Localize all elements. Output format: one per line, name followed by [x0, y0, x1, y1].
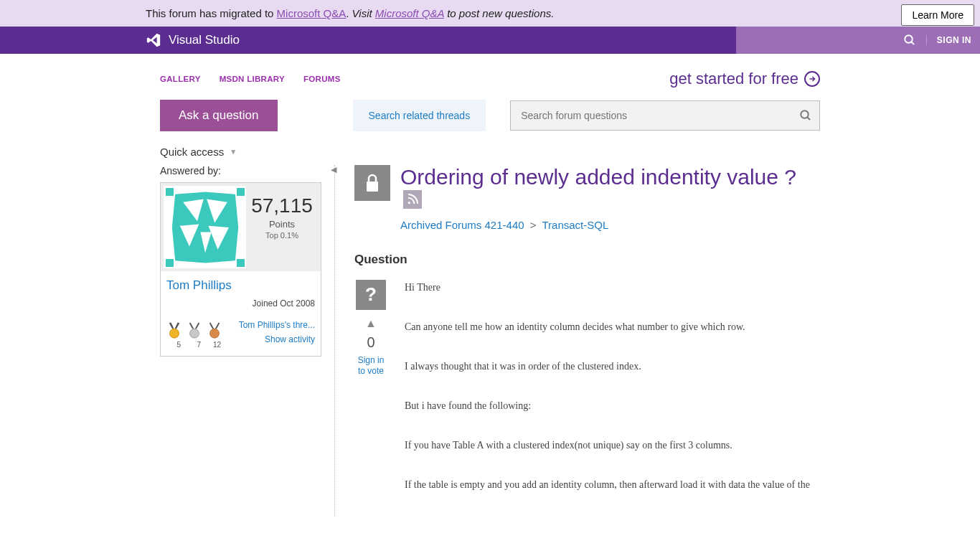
- brand-label: Visual Studio: [169, 33, 240, 47]
- brand[interactable]: Visual Studio: [146, 32, 240, 48]
- sign-in-to-vote-link[interactable]: Sign in to vote: [354, 355, 387, 377]
- profile-stats: 57,115 Points Top 0.1%: [246, 186, 318, 268]
- collapse-arrow-icon[interactable]: ◀: [331, 165, 336, 174]
- question-mark-icon: ?: [356, 280, 386, 310]
- migration-banner: This forum has migrated to Microsoft Q&A…: [0, 0, 980, 27]
- medal-silver-icon: [187, 321, 202, 340]
- svg-rect-6: [237, 188, 245, 196]
- nav-forums[interactable]: FORUMS: [303, 75, 341, 83]
- svg-line-3: [807, 117, 810, 120]
- vote-column: ? ▲ 0 Sign in to vote: [354, 280, 387, 517]
- nav-row: GALLERY MSDN LIBRARY FORUMS get started …: [146, 54, 834, 94]
- answered-by-label: Answered by:: [160, 165, 321, 176]
- breadcrumb-sep: >: [530, 219, 537, 231]
- svg-point-15: [170, 329, 179, 338]
- search-related-button[interactable]: Search related threads: [353, 100, 486, 131]
- content: GALLERY MSDN LIBRARY FORUMS get started …: [146, 54, 834, 517]
- svg-point-17: [210, 329, 220, 338]
- banner-link-qa2[interactable]: Microsoft Q&A: [375, 7, 444, 19]
- post-p2: Can anyone tell me how an identity colum…: [405, 319, 820, 334]
- thread-title: Ordering of newly added indentity value …: [400, 165, 796, 189]
- svg-rect-5: [166, 188, 174, 196]
- medals: 5 7 12: [166, 321, 222, 349]
- get-started-link[interactable]: get started for free: [669, 70, 820, 88]
- learn-more-button[interactable]: Learn More: [901, 4, 974, 26]
- svg-point-0: [905, 35, 913, 43]
- lock-icon: [364, 173, 381, 193]
- vote-count: 0: [354, 334, 387, 351]
- question-label: Question: [354, 253, 820, 267]
- migration-text: This forum has migrated to Microsoft Q&A…: [146, 7, 554, 19]
- post-body: Hi There Can anyone tell me how an ident…: [405, 280, 820, 517]
- breadcrumb-forum[interactable]: Archived Forums 421-440: [400, 219, 524, 231]
- post-p1: Hi There: [405, 280, 820, 295]
- nav-gallery[interactable]: GALLERY: [160, 75, 201, 83]
- breadcrumb-topic[interactable]: Transact-SQL: [542, 219, 608, 231]
- svg-rect-8: [237, 259, 245, 267]
- joined-date: Joined Oct 2008: [161, 296, 321, 316]
- medal-silver: 7: [187, 321, 202, 349]
- sign-in-link[interactable]: SIGN IN: [926, 35, 971, 45]
- main-area: Answered by:: [146, 165, 834, 517]
- search-input[interactable]: [518, 104, 799, 127]
- thread-area: Ordering of newly added indentity value …: [354, 165, 820, 517]
- sidebar-divider: ◀: [334, 165, 341, 517]
- get-started-label: get started for free: [669, 70, 798, 88]
- search-submit-icon[interactable]: [799, 109, 812, 122]
- quick-access-label: Quick access: [160, 146, 224, 158]
- medal-gold-icon: [166, 321, 182, 340]
- rss-button[interactable]: [403, 190, 422, 209]
- upvote-button[interactable]: ▲: [354, 317, 387, 330]
- breadcrumb: Archived Forums 421-440 > Transact-SQL: [400, 219, 820, 231]
- post-p5: If you have Table A with a clustered ind…: [405, 438, 820, 453]
- sidebar: Answered by:: [160, 165, 321, 517]
- search-icon[interactable]: [903, 34, 916, 47]
- profile-name-link[interactable]: Tom Phillips: [161, 271, 321, 296]
- medal-bronze-icon: [207, 321, 222, 340]
- visual-studio-icon: [146, 32, 161, 48]
- medal-gold: 5: [166, 321, 182, 349]
- quick-access-dropdown[interactable]: Quick access ▼: [146, 144, 834, 165]
- points-label: Points: [249, 219, 315, 230]
- top-percent: Top 0.1%: [249, 231, 315, 240]
- top-bar: Visual Studio SIGN IN: [0, 27, 980, 54]
- svg-rect-18: [367, 182, 378, 192]
- rss-icon: [407, 194, 418, 205]
- post-p4: But i have found the following:: [405, 398, 820, 413]
- profile-links: Tom Phillips's thre... Show activity: [239, 320, 315, 349]
- avatar-image: [166, 188, 245, 267]
- banner-prefix: This forum has migrated to: [146, 7, 277, 19]
- thread-header: Ordering of newly added indentity value …: [354, 165, 820, 209]
- banner-link-qa1[interactable]: Microsoft Q&A: [277, 7, 347, 19]
- medal-bronze: 12: [207, 321, 222, 349]
- svg-point-16: [190, 329, 199, 338]
- lock-icon-box: [354, 165, 390, 201]
- svg-point-19: [408, 202, 410, 204]
- svg-line-1: [911, 42, 914, 44]
- ask-question-button[interactable]: Ask a question: [160, 100, 278, 131]
- nav-msdn[interactable]: MSDN LIBRARY: [220, 75, 285, 83]
- profile-activity-link[interactable]: Show activity: [239, 334, 315, 344]
- points-value: 57,115: [249, 194, 315, 217]
- question-post: ? ▲ 0 Sign in to vote Hi There Can anyon…: [354, 280, 820, 517]
- topbar-right: SIGN IN: [736, 27, 980, 54]
- search-box: [510, 100, 820, 131]
- profile-threads-link[interactable]: Tom Phillips's thre...: [239, 320, 315, 330]
- post-p3: I always thought that it was in order of…: [405, 359, 820, 374]
- action-row: Ask a question Search related threads: [146, 94, 834, 144]
- nav-links: GALLERY MSDN LIBRARY FORUMS: [160, 75, 341, 83]
- chevron-down-icon: ▼: [230, 148, 237, 156]
- svg-rect-7: [166, 259, 174, 267]
- arrow-right-circle-icon: [804, 71, 820, 87]
- svg-point-2: [801, 110, 809, 118]
- post-p6: If the table is empty and you add an ide…: [405, 477, 820, 492]
- profile-card: 57,115 Points Top 0.1% Tom Phillips Join…: [160, 182, 321, 357]
- avatar[interactable]: [164, 186, 246, 268]
